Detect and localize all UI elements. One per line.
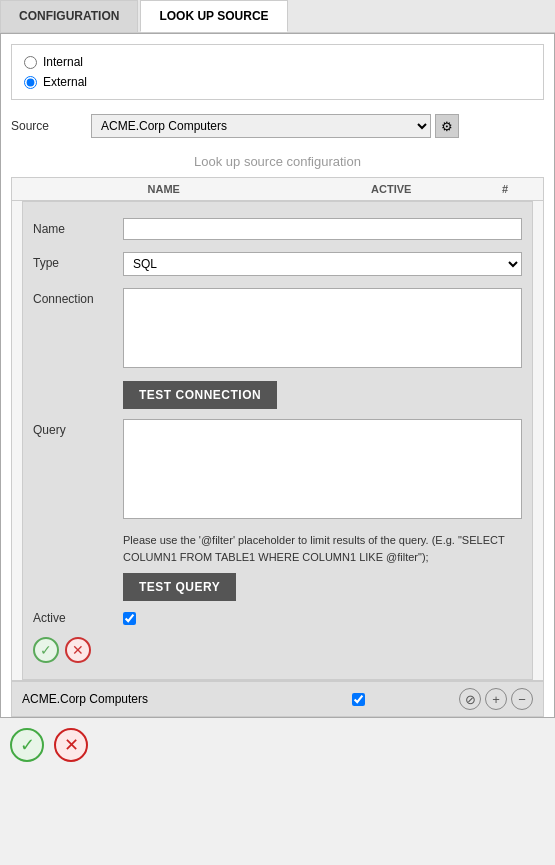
radio-row-external: External <box>24 75 531 89</box>
active-checkbox[interactable] <box>123 612 136 625</box>
bottom-cancel-button[interactable]: ✕ <box>54 728 88 762</box>
form-label-name: Name <box>33 218 123 236</box>
radio-external-label: External <box>43 75 87 89</box>
row-actions: ⊘ + − <box>425 688 533 710</box>
form-label-type: Type <box>33 252 123 270</box>
test-query-button[interactable]: TEST QUERY <box>123 573 236 601</box>
form-save-button[interactable]: ✓ <box>33 637 59 663</box>
row-name: ACME.Corp Computers <box>22 692 291 706</box>
row-remove-button[interactable]: − <box>511 688 533 710</box>
row-active <box>291 693 425 706</box>
form-row-type: Type SQL <box>23 246 532 282</box>
row-add-button[interactable]: + <box>485 688 507 710</box>
section-title: Look up source configuration <box>1 148 554 177</box>
active-label: Active <box>33 611 123 625</box>
form-section: Name Type SQL Connection <box>22 201 533 680</box>
check-icon: ✓ <box>40 642 52 658</box>
gear-icon: ⚙ <box>441 119 453 134</box>
type-select[interactable]: SQL <box>123 252 522 276</box>
radio-internal-label: Internal <box>43 55 83 69</box>
outer-container: CONFIGURATION LOOK UP SOURCE Internal Ex… <box>0 0 555 772</box>
query-textarea[interactable] <box>123 419 522 519</box>
table-header-row: NAME ACTIVE # <box>12 178 543 201</box>
form-control-query <box>123 419 522 522</box>
hint-text: Please use the '@filter' placeholder to … <box>123 532 522 565</box>
form-label-connection: Connection <box>33 288 123 306</box>
source-row: Source ACME.Corp Computers ⚙ <box>1 108 554 148</box>
form-row-query: Query <box>23 413 532 528</box>
source-label: Source <box>11 119 91 133</box>
bottom-bar: ✓ ✕ <box>0 718 555 772</box>
form-control-type: SQL <box>123 252 522 276</box>
gear-button[interactable]: ⚙ <box>435 114 459 138</box>
row-active-checkbox[interactable] <box>352 693 365 706</box>
test-connection-button[interactable]: TEST CONNECTION <box>123 381 277 409</box>
tab-look-up-source[interactable]: LOOK UP SOURCE <box>140 0 287 32</box>
radio-row-internal: Internal <box>24 55 531 69</box>
radio-external[interactable] <box>24 76 37 89</box>
active-row: Active <box>23 605 532 631</box>
cross-icon: ✕ <box>72 642 84 658</box>
th-active: ACTIVE <box>315 183 467 195</box>
source-select[interactable]: ACME.Corp Computers <box>91 114 431 138</box>
row-ban-button[interactable]: ⊘ <box>459 688 481 710</box>
th-num: # <box>467 183 543 195</box>
ban-icon: ⊘ <box>465 692 476 707</box>
form-cancel-button[interactable]: ✕ <box>65 637 91 663</box>
form-actions: ✓ ✕ <box>23 631 532 669</box>
table-header: NAME ACTIVE # Name Type <box>11 177 544 681</box>
source-select-wrapper: ACME.Corp Computers ⚙ <box>91 114 544 138</box>
form-row-name: Name <box>23 212 532 246</box>
connection-textarea[interactable] <box>123 288 522 368</box>
radio-internal[interactable] <box>24 56 37 69</box>
radio-section: Internal External <box>11 44 544 100</box>
bottom-save-button[interactable]: ✓ <box>10 728 44 762</box>
th-name: NAME <box>12 183 315 195</box>
form-control-connection <box>123 288 522 371</box>
minus-icon: − <box>518 692 526 707</box>
tab-configuration[interactable]: CONFIGURATION <box>0 0 138 32</box>
tabs-bar: CONFIGURATION LOOK UP SOURCE <box>0 0 555 33</box>
form-control-name <box>123 218 522 240</box>
table-data-row: ACME.Corp Computers ⊘ + − <box>11 681 544 717</box>
form-label-query: Query <box>33 419 123 437</box>
name-input[interactable] <box>123 218 522 240</box>
bottom-cross-icon: ✕ <box>64 734 79 756</box>
main-panel: Internal External Source ACME.Corp Compu… <box>0 33 555 718</box>
bottom-check-icon: ✓ <box>20 734 35 756</box>
form-row-connection: Connection <box>23 282 532 377</box>
plus-icon: + <box>492 692 500 707</box>
